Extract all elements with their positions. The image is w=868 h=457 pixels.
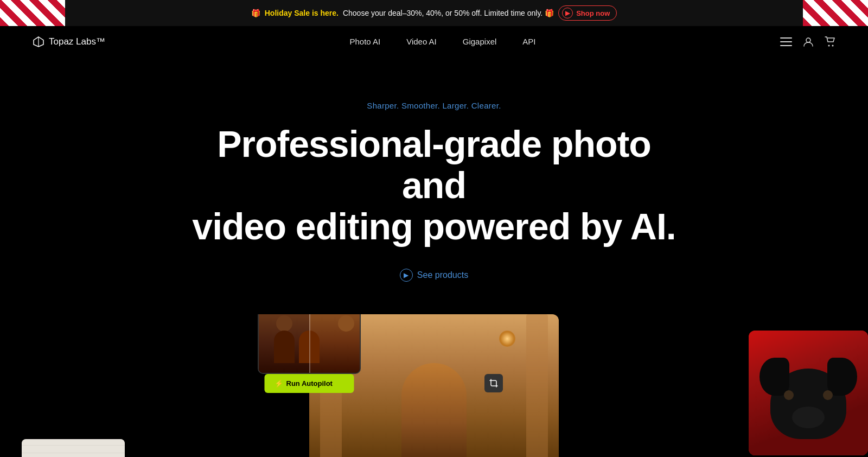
nav-photo-ai[interactable]: Photo AI: [349, 37, 380, 46]
main-nav: Topaz Labs™ Photo AI Video AI Gigapixel …: [0, 26, 868, 58]
thumbnail-divider: [309, 314, 310, 373]
nav-icons: [780, 36, 835, 47]
banner-emoji-left: 🎁: [251, 9, 260, 17]
logo-icon: [33, 36, 44, 48]
showcase-area: ⚡ Run Autopilot: [0, 314, 868, 457]
room-column-right: [526, 314, 548, 457]
nav-video-ai[interactable]: Video AI: [406, 37, 437, 46]
user-icon: [803, 36, 814, 47]
dog-eye-left: [784, 390, 794, 400]
before-after-thumbnail: [258, 314, 361, 374]
room-light-right: [499, 331, 515, 347]
dog-head-shape: [770, 369, 846, 439]
svg-rect-3: [780, 41, 792, 42]
see-products-label: See products: [417, 270, 468, 280]
dog-image: [749, 331, 868, 455]
svg-point-7: [832, 45, 833, 47]
dog-ear-right: [827, 358, 857, 396]
svg-point-6: [828, 45, 829, 47]
hamburger-icon: [780, 37, 792, 46]
cart-button[interactable]: [825, 36, 835, 47]
svg-rect-4: [780, 45, 792, 46]
logo[interactable]: Topaz Labs™: [33, 36, 105, 48]
shop-now-button[interactable]: ▶ Shop now: [558, 5, 617, 21]
thumbnail-after: [309, 314, 360, 373]
shop-arrow-icon: ▶: [562, 8, 573, 18]
dog-ear-left: [760, 358, 789, 396]
dog-snout: [792, 407, 825, 428]
holiday-banner: 🎁 Holiday Sale is here. Choose your deal…: [0, 0, 868, 26]
logo-text: Topaz Labs™: [49, 36, 105, 47]
menu-button[interactable]: [780, 37, 792, 46]
crop-icon-box[interactable]: [484, 374, 503, 392]
user-account-button[interactable]: [803, 36, 814, 47]
autopilot-icon: ⚡: [275, 379, 283, 388]
paper-image: [22, 439, 125, 457]
run-autopilot-button[interactable]: ⚡ Run Autopilot: [265, 374, 354, 393]
nav-links: Photo AI Video AI Gigapixel API: [349, 37, 535, 47]
nav-api[interactable]: API: [522, 37, 535, 46]
banner-main-text: Choose your deal–30%, 40%, or 50% off. L…: [343, 9, 554, 17]
banner-sale-text: Holiday Sale is here.: [265, 9, 339, 17]
autopilot-label: Run Autopilot: [286, 379, 333, 388]
hero-title: Professional-grade photo and video editi…: [190, 123, 678, 247]
shop-now-label: Shop now: [576, 9, 610, 17]
svg-rect-2: [780, 37, 792, 39]
see-products-button[interactable]: ▶ See products: [400, 269, 468, 282]
cart-icon: [825, 36, 835, 47]
paper-texture: [22, 439, 125, 457]
dog-photo: [749, 331, 868, 455]
person-figure: [401, 363, 467, 457]
dog-eye-right: [823, 390, 833, 400]
crop-icon: [489, 379, 498, 388]
nav-gigapixel[interactable]: Gigapixel: [463, 37, 497, 46]
svg-point-5: [806, 38, 810, 42]
hero-subtitle: Sharper. Smoother. Larger. Clearer.: [22, 101, 846, 110]
hero-section: Sharper. Smoother. Larger. Clearer. Prof…: [0, 58, 868, 303]
see-products-arrow-icon: ▶: [400, 269, 413, 282]
